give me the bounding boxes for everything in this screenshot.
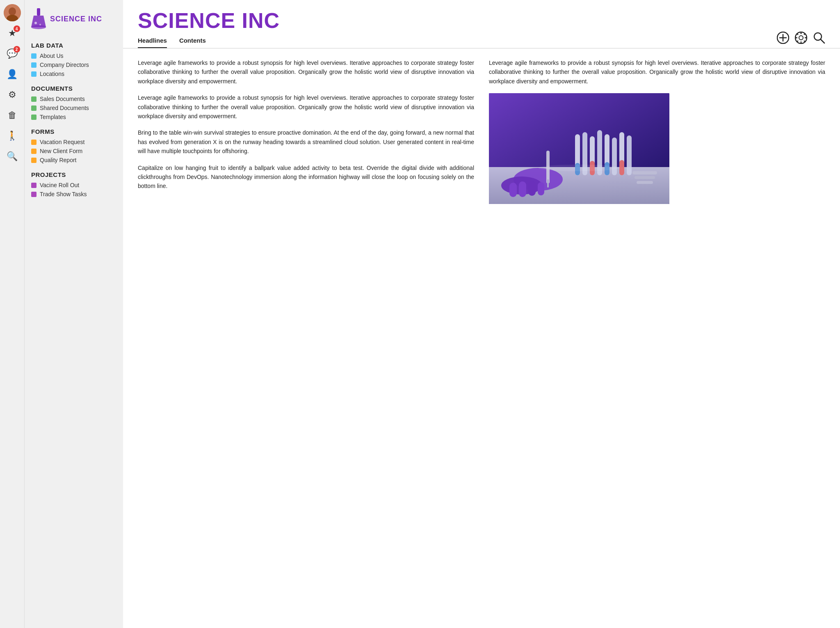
sidebar-item-2-1[interactable]: New Client Form (31, 147, 116, 156)
sidebar-item-3-1[interactable]: Trade Show Tasks (31, 190, 116, 199)
svg-rect-47 (637, 181, 653, 184)
sidebar: SCIENCE INC LAB DATAAbout UsCompany Dire… (25, 0, 123, 628)
star-badge: 4 (14, 25, 20, 32)
color-dot (31, 71, 37, 77)
sidebar-item-label: Sales Documents (40, 96, 85, 102)
color-dot (31, 105, 37, 111)
svg-point-7 (39, 24, 41, 25)
sidebar-item-label: Shared Documents (40, 105, 89, 111)
color-dot (31, 192, 37, 197)
column-left: Leverage agile frameworks to provide a r… (138, 58, 474, 204)
svg-line-22 (821, 39, 825, 44)
svg-line-19 (804, 33, 806, 35)
sidebar-section-title-2: FORMS (31, 128, 116, 135)
svg-rect-28 (519, 181, 526, 197)
search-button[interactable] (813, 32, 825, 44)
color-dot (31, 158, 37, 163)
svg-point-48 (538, 165, 620, 171)
svg-rect-38 (627, 135, 632, 175)
color-dot (31, 62, 37, 68)
svg-line-20 (797, 41, 798, 42)
sidebar-item-1-1[interactable]: Shared Documents (31, 103, 116, 112)
sidebar-item-0-1[interactable]: Company Directors (31, 60, 116, 69)
chat-icon-wrapper[interactable]: 💬 2 (4, 45, 21, 62)
sidebar-section-2: FORMSVacation RequestNew Client FormQual… (25, 124, 123, 167)
sidebar-section-title-1: DOCUMENTS (31, 85, 116, 92)
search-icon (813, 32, 825, 44)
trash-icon: 🗑 (8, 110, 17, 121)
sidebar-item-2-2[interactable]: Quality Report (31, 156, 116, 165)
sidebar-item-label: Quality Report (40, 157, 76, 163)
main-header: SCIENCE INC Headlines Contents (123, 0, 840, 48)
color-dot (31, 96, 37, 102)
color-dot (31, 183, 37, 188)
paragraph-right-1: Leverage agile frameworks to provide a r… (489, 58, 825, 86)
sidebar-section-title-3: PROJECTS (31, 171, 116, 178)
add-button[interactable] (777, 32, 789, 44)
search-icon: 🔍 (7, 151, 18, 162)
svg-point-12 (799, 36, 803, 40)
sidebar-logo: SCIENCE INC (25, 4, 123, 38)
walk-icon-wrapper[interactable]: 🚶 (4, 127, 21, 144)
sidebar-item-label: Company Directors (40, 62, 89, 68)
walk-icon: 🚶 (7, 131, 18, 141)
svg-rect-45 (632, 171, 657, 174)
paragraph-3: Bring to the table win-win survival stra… (138, 128, 474, 156)
chat-badge: 2 (14, 46, 20, 53)
sidebar-sections: LAB DATAAbout UsCompany DirectorsLocatio… (25, 38, 123, 201)
svg-rect-30 (538, 182, 544, 195)
people-icon: 👤 (7, 69, 18, 80)
sidebar-section-title-0: LAB DATA (31, 42, 116, 49)
lab-image (489, 93, 669, 204)
sidebar-item-label: Templates (40, 114, 66, 120)
sidebar-item-label: Vacation Request (40, 139, 84, 145)
search-icon-wrapper[interactable]: 🔍 (4, 148, 21, 165)
main-tabs: Headlines Contents (138, 37, 825, 48)
settings-button[interactable] (795, 32, 807, 44)
column-right: Leverage agile frameworks to provide a r… (489, 58, 825, 204)
color-dot (31, 140, 37, 145)
svg-line-17 (797, 33, 798, 35)
sidebar-item-label: Trade Show Tasks (40, 191, 87, 197)
svg-rect-3 (37, 8, 40, 16)
svg-point-1 (9, 7, 16, 16)
tab-contents[interactable]: Contents (179, 37, 206, 48)
sidebar-item-3-0[interactable]: Vacine Roll Out (31, 181, 116, 190)
paragraph-1: Leverage agile frameworks to provide a r… (138, 58, 474, 86)
sidebar-item-2-0[interactable]: Vacation Request (31, 138, 116, 147)
svg-rect-29 (528, 181, 536, 196)
settings-icon: ⚙ (8, 89, 16, 100)
gear-icon (795, 32, 807, 44)
sidebar-logo-text: SCIENCE INC (50, 15, 102, 23)
sidebar-item-0-0[interactable]: About Us (31, 51, 116, 60)
svg-point-5 (31, 25, 46, 29)
page-title: SCIENCE INC (138, 8, 825, 33)
content-area: Leverage agile frameworks to provide a r… (123, 48, 840, 628)
sidebar-item-0-2[interactable]: Locations (31, 69, 116, 78)
svg-rect-46 (635, 176, 655, 179)
people-icon-wrapper[interactable]: 👤 (4, 66, 21, 83)
color-dot (31, 115, 37, 120)
sidebar-item-1-0[interactable]: Sales Documents (31, 94, 116, 103)
svg-rect-44 (547, 179, 549, 188)
svg-point-6 (34, 22, 37, 24)
main-content: SCIENCE INC Headlines Contents (123, 0, 840, 628)
sidebar-item-label: About Us (40, 53, 64, 59)
avatar[interactable] (4, 4, 21, 21)
main-toolbar (777, 32, 825, 44)
sidebar-section-0: LAB DATAAbout UsCompany DirectorsLocatio… (25, 38, 123, 81)
settings-icon-wrapper[interactable]: ⚙ (4, 86, 21, 103)
sidebar-section-3: PROJECTSVacine Roll OutTrade Show Tasks (25, 167, 123, 201)
sidebar-item-label: Locations (40, 71, 64, 77)
tab-headlines[interactable]: Headlines (138, 37, 167, 48)
two-column-layout: Leverage agile frameworks to provide a r… (138, 58, 825, 204)
svg-rect-27 (509, 183, 517, 197)
color-dot (31, 53, 37, 59)
icon-rail: ★ 4 💬 2 👤 ⚙ 🗑 🚶 🔍 (0, 0, 25, 628)
color-dot (31, 149, 37, 154)
sidebar-item-1-2[interactable]: Templates (31, 112, 116, 121)
svg-line-18 (804, 41, 806, 42)
sidebar-item-label: Vacine Roll Out (40, 182, 79, 188)
trash-icon-wrapper[interactable]: 🗑 (4, 107, 21, 124)
star-icon-wrapper[interactable]: ★ 4 (4, 25, 21, 42)
